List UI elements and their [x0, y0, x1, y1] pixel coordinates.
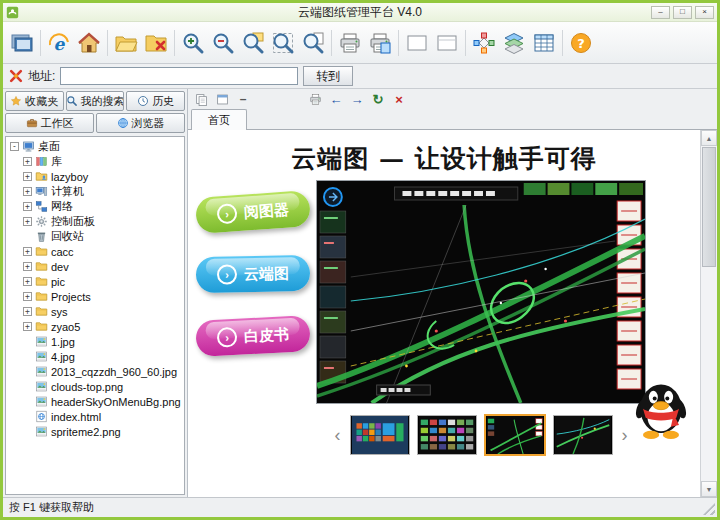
tree-expand-toggle[interactable]: + — [23, 307, 32, 316]
scroll-down-button[interactable]: ▼ — [701, 481, 717, 497]
tree-expand-toggle[interactable]: + — [23, 262, 32, 271]
win8-start-thumb[interactable] — [350, 415, 410, 455]
pages-button[interactable] — [193, 91, 209, 107]
sidebar-tab-browser[interactable]: 浏览器 — [96, 113, 185, 133]
print-preview-button[interactable] — [365, 28, 395, 58]
main-body: 收藏夹我的搜索历史工作区浏览器 -桌面+库+lazyboy+计算机+网络+控制面… — [3, 89, 717, 497]
tree-item[interactable]: +zyao5 — [6, 319, 184, 334]
tree-expand-toggle[interactable]: - — [10, 142, 19, 151]
viewer-button[interactable]: ›阅图器 — [195, 190, 311, 234]
zoom-in-button[interactable] — [178, 28, 208, 58]
tree-expand-toggle[interactable]: + — [23, 292, 32, 301]
window-button[interactable] — [214, 91, 230, 107]
home-button[interactable] — [74, 28, 104, 58]
thumbnail-next-button[interactable]: › — [620, 426, 630, 444]
ie-button[interactable]: e — [44, 28, 74, 58]
tree-item[interactable]: +计算机 — [6, 184, 184, 199]
page-title: 云端图 — 让设计触手可得 — [188, 142, 700, 175]
tree-expand-toggle[interactable]: + — [23, 172, 32, 181]
scroll-up-button[interactable]: ▲ — [701, 130, 717, 146]
zoom-extents-button[interactable] — [268, 28, 298, 58]
tree-item[interactable]: headerSkyOnMenuBg.png — [6, 394, 184, 409]
print-preview-button[interactable] — [307, 91, 323, 107]
tree-item[interactable]: +sys — [6, 304, 184, 319]
tree-item-label: 2013_cqzzdh_960_60.jpg — [51, 366, 177, 378]
stop-button[interactable]: × — [391, 91, 407, 107]
tree-item-label: spriteme2.png — [51, 426, 121, 438]
tree-expand-toggle[interactable]: + — [23, 322, 32, 331]
tree-expand-toggle[interactable]: + — [23, 157, 32, 166]
refresh-button[interactable]: ↻ — [370, 91, 386, 107]
ie-icon: e — [47, 31, 71, 55]
tree-item[interactable]: +pic — [6, 274, 184, 289]
qq-penguin-logo[interactable] — [634, 374, 688, 440]
folder-open-button[interactable] — [111, 28, 141, 58]
collapse-button[interactable]: – — [235, 91, 251, 107]
zoom-window-button[interactable] — [238, 28, 268, 58]
sidebar-tab-history[interactable]: 历史 — [126, 91, 185, 111]
distribute-button[interactable] — [469, 28, 499, 58]
tree-expand-toggle[interactable]: + — [23, 187, 32, 196]
tree-item-label: sys — [51, 306, 68, 318]
tree-item[interactable]: 回收站 — [6, 229, 184, 244]
grid-button[interactable] — [529, 28, 559, 58]
tree-expand-toggle[interactable]: + — [23, 202, 32, 211]
toolbar-separator — [331, 30, 332, 56]
tree-item-label: cacc — [51, 246, 74, 258]
cad-drawing-preview[interactable] — [316, 180, 646, 404]
resize-grip[interactable] — [703, 503, 715, 515]
sidebar-tab-favorites[interactable]: 收藏夹 — [5, 91, 64, 111]
tree-item[interactable]: +lazyboy — [6, 169, 184, 184]
minimize-button[interactable]: – — [651, 6, 670, 19]
film-button[interactable] — [7, 28, 37, 58]
help-button[interactable]: ? — [566, 28, 596, 58]
close-button[interactable]: × — [695, 6, 714, 19]
folder-delete-button[interactable] — [141, 28, 171, 58]
tree-item[interactable]: 1.jpg — [6, 334, 184, 349]
computer-icon — [35, 185, 48, 198]
blank-page2-button[interactable] — [432, 28, 462, 58]
folder-icon — [35, 290, 48, 303]
tree-item[interactable]: +dev — [6, 259, 184, 274]
zoom-out-button[interactable] — [208, 28, 238, 58]
cad-thumb-1[interactable] — [417, 415, 477, 455]
tree-item[interactable]: +网络 — [6, 199, 184, 214]
titlebar[interactable]: 云端图纸管理平台 V4.0 – □ × — [3, 3, 717, 22]
address-input[interactable] — [60, 67, 298, 85]
back-button[interactable]: ← — [328, 91, 344, 107]
tree-expand-toggle[interactable]: + — [23, 277, 32, 286]
sidebar-tab-my-search[interactable]: 我的搜索 — [66, 91, 125, 111]
blank-page-button[interactable] — [402, 28, 432, 58]
tree-item[interactable]: -桌面 — [6, 139, 184, 154]
tab-home[interactable]: 首页 — [191, 109, 247, 130]
tree-item[interactable]: +控制面板 — [6, 214, 184, 229]
whitepaper-button[interactable]: ›白皮书 — [195, 315, 311, 357]
tree-expand-toggle[interactable]: + — [23, 217, 32, 226]
tree-item[interactable]: spriteme2.png — [6, 424, 184, 439]
go-button[interactable]: 转到 — [303, 66, 353, 86]
tree-item[interactable]: 2013_cqzzdh_960_60.jpg — [6, 364, 184, 379]
scrollbar-thumb[interactable] — [702, 147, 716, 267]
home-icon — [77, 31, 101, 55]
thumbnail-prev-button[interactable]: ‹ — [333, 426, 343, 444]
print-button[interactable] — [335, 28, 365, 58]
forward-button[interactable]: → — [349, 91, 365, 107]
maximize-button[interactable]: □ — [673, 6, 692, 19]
zoom-page-button[interactable] — [298, 28, 328, 58]
tree-item[interactable]: index.html — [6, 409, 184, 424]
sidebar-tab-label: 历史 — [152, 94, 174, 109]
cloud-drawing-button[interactable]: ›云端图 — [196, 255, 311, 293]
vertical-scrollbar[interactable]: ▲ ▼ — [700, 130, 717, 497]
tree-item[interactable]: clouds-top.png — [6, 379, 184, 394]
tab-row: 首页 — [188, 109, 717, 130]
cad-thumb-3[interactable] — [553, 415, 613, 455]
tree-expand-toggle[interactable]: + — [23, 247, 32, 256]
tree-item[interactable]: +库 — [6, 154, 184, 169]
tree-item[interactable]: 4.jpg — [6, 349, 184, 364]
sidebar-tab-workspace[interactable]: 工作区 — [5, 113, 94, 133]
content-area: –←→↻× 首页 云端图 — 让设计触手可得 ›阅图器›云端图›白皮书 — [188, 89, 717, 497]
layers-button[interactable] — [499, 28, 529, 58]
tree-item[interactable]: +cacc — [6, 244, 184, 259]
tree-item[interactable]: +Projects — [6, 289, 184, 304]
cad-thumb-2[interactable] — [484, 414, 546, 456]
